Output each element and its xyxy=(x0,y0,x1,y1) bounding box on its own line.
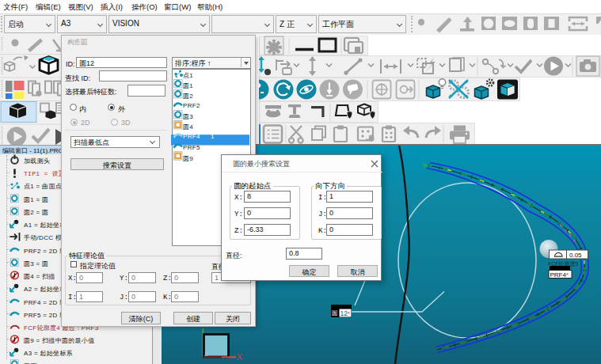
svg-text:X: X xyxy=(237,353,242,362)
svg-text:PRF4*: PRF4* xyxy=(550,271,569,279)
svg-text:12*: 12* xyxy=(340,309,350,317)
svg-text:Z: Z xyxy=(204,351,208,358)
svg-text:0.05: 0.05 xyxy=(569,252,582,259)
svg-text:圆: 圆 xyxy=(332,309,338,317)
